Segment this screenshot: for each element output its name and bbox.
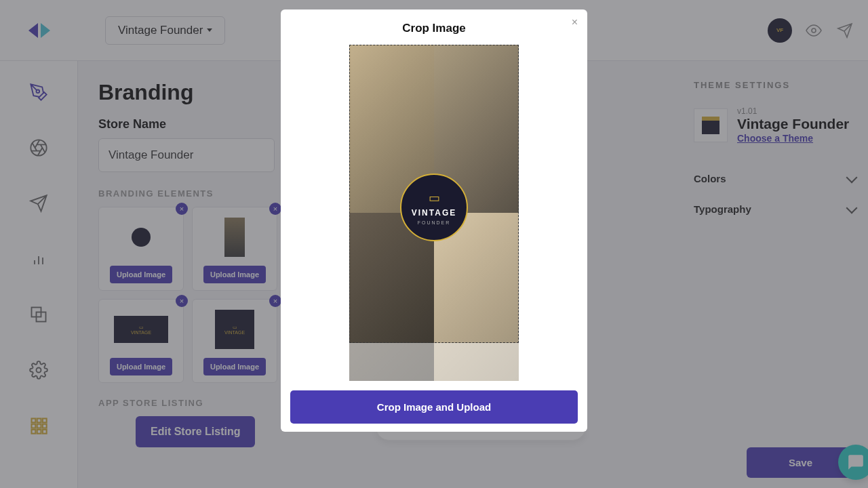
vintage-badge-icon: ▭ VINTAGE FOUNDER bbox=[400, 174, 468, 241]
crop-upload-button[interactable]: Crop Image and Upload bbox=[290, 390, 578, 424]
badge-title: VINTAGE bbox=[412, 208, 456, 218]
save-disk-icon: ▭ bbox=[429, 190, 440, 205]
close-icon[interactable]: × bbox=[572, 16, 578, 28]
modal-overlay[interactable]: × Crop Image ▭ VINTAGE FOUNDER Crop Imag… bbox=[0, 0, 868, 488]
badge-subtitle: FOUNDER bbox=[418, 220, 451, 225]
crop-image-modal: × Crop Image ▭ VINTAGE FOUNDER Crop Imag… bbox=[281, 9, 587, 432]
crop-area[interactable]: ▭ VINTAGE FOUNDER bbox=[349, 45, 519, 381]
modal-title: Crop Image bbox=[402, 22, 466, 35]
